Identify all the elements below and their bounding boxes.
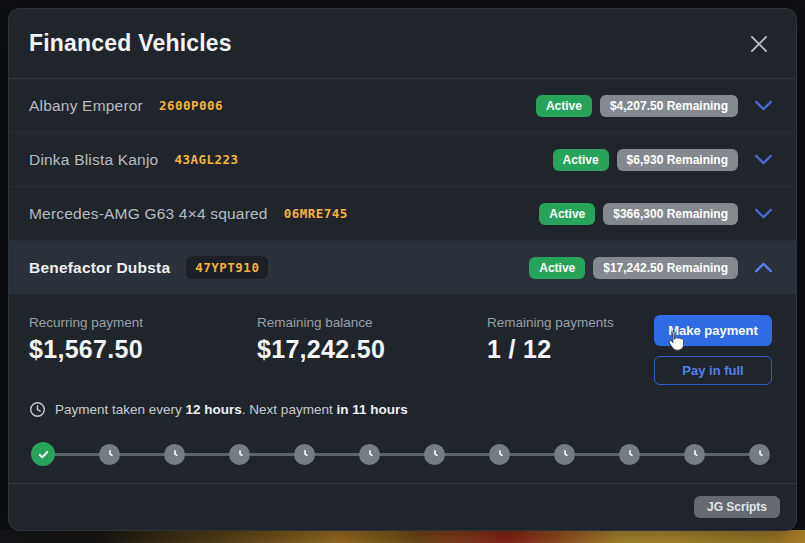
recurring-payment-label: Recurring payment (29, 315, 257, 330)
payment-pending-node (619, 444, 640, 465)
payment-pending-node (749, 444, 770, 465)
payment-pending-node (359, 444, 380, 465)
remaining-payments-label: Remaining payments (487, 315, 654, 330)
payment-timeline (29, 434, 772, 474)
remaining-badge: $366,300 Remaining (603, 203, 738, 225)
vehicle-row-dinka-blista-kanjo[interactable]: Dinka Blista Kanjo 43AGL223 Active $6,93… (9, 133, 796, 187)
payment-pending-node (164, 444, 185, 465)
modal-footer: JG Scripts (9, 483, 796, 530)
page-title: Financed Vehicles (29, 30, 232, 57)
game-background-strip (0, 530, 805, 543)
vehicle-list: Albany Emperor 2600P006 Active $4,207.50… (9, 79, 796, 295)
financed-vehicles-modal: Financed Vehicles Albany Emperor 2600P00… (8, 8, 797, 531)
make-payment-button[interactable]: Make payment (654, 315, 772, 346)
status-badge: Active (529, 257, 585, 279)
remaining-payments-value: 1 / 12 (487, 335, 654, 364)
payment-schedule-note: Payment taken every 12 hours. Next payme… (29, 401, 772, 418)
payment-pending-node (684, 444, 705, 465)
modal-header: Financed Vehicles (9, 9, 796, 79)
jg-scripts-badge: JG Scripts (694, 496, 780, 518)
vehicle-detail-panel: Recurring payment $1,567.50 Remaining ba… (9, 295, 796, 483)
note-text: Payment taken every 12 hours. Next payme… (55, 402, 408, 417)
chevron-up-icon[interactable] (752, 262, 774, 273)
chevron-down-icon[interactable] (752, 154, 774, 165)
recurring-payment-value: $1,567.50 (29, 335, 257, 364)
payment-pending-node (229, 444, 250, 465)
remaining-balance-stat: Remaining balance $17,242.50 (257, 315, 487, 364)
chevron-down-icon[interactable] (752, 208, 774, 219)
payment-pending-node (489, 444, 510, 465)
status-badge: Active (553, 149, 609, 171)
remaining-payments-stat: Remaining payments 1 / 12 (487, 315, 654, 364)
remaining-badge: $6,930 Remaining (617, 149, 738, 171)
remaining-balance-value: $17,242.50 (257, 335, 487, 364)
vehicle-row-mercedes-amg-g63[interactable]: Mercedes-AMG G63 4×4 squared 06MRE745 Ac… (9, 187, 796, 241)
payment-pending-node (99, 444, 120, 465)
pay-in-full-button[interactable]: Pay in full (654, 356, 772, 385)
remaining-badge: $4,207.50 Remaining (600, 95, 738, 117)
payment-pending-node (554, 444, 575, 465)
recurring-payment-stat: Recurring payment $1,567.50 (29, 315, 257, 364)
vehicle-plate: 47YPT910 (186, 256, 268, 279)
remaining-badge: $17,242.50 Remaining (593, 257, 738, 279)
clock-icon (29, 401, 46, 418)
payment-complete-node (31, 442, 55, 466)
vehicle-name: Mercedes-AMG G63 4×4 squared (29, 205, 268, 223)
vehicle-row-albany-emperor[interactable]: Albany Emperor 2600P006 Active $4,207.50… (9, 79, 796, 133)
close-icon[interactable] (746, 31, 772, 57)
vehicle-plate: 2600P006 (159, 98, 223, 113)
vehicle-name: Albany Emperor (29, 97, 143, 115)
payment-pending-node (424, 444, 445, 465)
status-badge: Active (539, 203, 595, 225)
vehicle-plate: 06MRE745 (284, 206, 348, 221)
payment-pending-node (294, 444, 315, 465)
vehicle-plate: 43AGL223 (174, 152, 238, 167)
remaining-balance-label: Remaining balance (257, 315, 487, 330)
timeline-line (41, 453, 760, 456)
vehicle-name: Benefactor Dubsta (29, 259, 170, 277)
vehicle-row-benefactor-dubsta[interactable]: Benefactor Dubsta 47YPT910 Active $17,24… (9, 241, 796, 295)
vehicle-name: Dinka Blista Kanjo (29, 151, 158, 169)
chevron-down-icon[interactable] (752, 100, 774, 111)
status-badge: Active (536, 95, 592, 117)
